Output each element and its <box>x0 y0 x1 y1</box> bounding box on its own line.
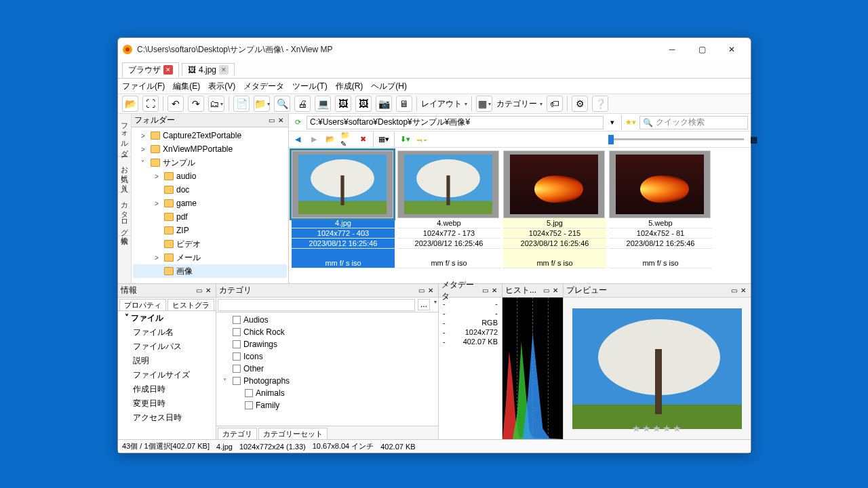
menu-tools[interactable]: ツール(T) <box>292 81 327 92</box>
thumbnail-item[interactable]: 4.jpg1024x772 - 4032023/08/12 16:25:46 m… <box>292 150 395 268</box>
vtab-catalog[interactable]: カタログ検索 <box>118 192 131 236</box>
checkbox[interactable] <box>233 328 241 336</box>
menu-create[interactable]: 作成(R) <box>336 81 363 92</box>
restore-icon[interactable]: ▭ <box>416 286 426 296</box>
restore-icon[interactable]: ▭ <box>480 286 490 296</box>
rating-stars[interactable]: ★★★★★ <box>632 423 683 434</box>
tab-category[interactable]: カテゴリ <box>218 428 257 439</box>
folder-tree-item[interactable]: 画像 <box>133 264 287 278</box>
rotate-left-icon[interactable]: ↶ <box>167 96 184 112</box>
close-icon[interactable]: ✕ <box>490 286 499 296</box>
quick-search-input[interactable]: 🔍 クイック検索 <box>639 116 748 129</box>
new-folder-icon[interactable]: 📁✎ <box>340 134 353 146</box>
slideshow-icon[interactable]: 🖥 <box>396 96 412 112</box>
info-list[interactable]: ˅ ファイルファイル名ファイルパス説明ファイルサイズ作成日時変更日時アクセス日時 <box>118 311 216 439</box>
tab-properties[interactable]: プロパティ <box>119 299 166 310</box>
tab-browser[interactable]: ブラウザ ✕ <box>122 62 179 77</box>
thumbnail-grid[interactable]: 4.jpg1024x772 - 4032023/08/12 16:25:46 m… <box>289 148 751 283</box>
folder-tree-item[interactable]: >メール <box>133 251 287 264</box>
vtab-favorites[interactable]: お気に入り <box>118 157 131 192</box>
delete-icon[interactable]: ✖ <box>357 134 369 146</box>
category-item[interactable]: Chick Rock <box>218 326 437 338</box>
rotate-right-icon[interactable]: ↷ <box>188 96 204 112</box>
folder-tree-item[interactable]: doc <box>133 183 287 197</box>
batch-icon[interactable]: 🖼 <box>355 96 372 112</box>
folder-tree-item[interactable]: ZIP <box>133 224 287 237</box>
category-list[interactable]: AudiosChick RockDrawingsIconsOther˅Photo… <box>216 312 438 426</box>
category-search-input[interactable] <box>218 299 415 311</box>
menu-edit[interactable]: 編集(E) <box>173 81 200 92</box>
close-tab-icon[interactable]: ✕ <box>163 65 173 75</box>
menu-metadata[interactable]: メタデータ <box>243 81 284 92</box>
refresh-icon[interactable]: ⟳ <box>292 117 304 129</box>
menu-view[interactable]: 表示(V) <box>208 81 235 92</box>
thumbnail-item[interactable]: 4.webp1024x772 - 1732023/08/12 16:25:46 … <box>397 150 500 268</box>
menu-help[interactable]: ヘルプ(H) <box>371 81 407 92</box>
path-input[interactable] <box>307 116 604 129</box>
restore-icon[interactable]: ▭ <box>194 286 203 296</box>
category-item[interactable]: Audios <box>218 314 437 326</box>
folder-tree-item[interactable]: >audio <box>133 169 287 183</box>
print-icon[interactable]: 🖨 <box>294 96 311 112</box>
folder-tree-item[interactable]: >Capture2TextPortable <box>133 129 287 142</box>
checkbox[interactable] <box>233 352 241 361</box>
tag-icon[interactable]: 🏷 <box>547 96 563 112</box>
checkbox[interactable] <box>233 316 241 324</box>
fullscreen-icon[interactable]: ⛶ <box>142 96 159 112</box>
search-icon[interactable]: 🔍 <box>274 96 290 112</box>
category-item[interactable]: Drawings <box>218 338 437 350</box>
open-icon[interactable]: 📂 <box>122 96 138 112</box>
layout-dropdown[interactable]: レイアウト▾ <box>421 98 467 110</box>
restore-icon[interactable]: ▭ <box>541 286 551 296</box>
checkbox[interactable] <box>233 377 241 385</box>
maximize-button[interactable]: ▢ <box>687 40 717 59</box>
chevron-down-icon[interactable]: ▾ <box>606 117 618 129</box>
checkbox[interactable] <box>245 389 253 397</box>
ellipsis-button[interactable]: ... <box>418 299 430 310</box>
category-item[interactable]: Animals <box>218 387 437 399</box>
close-icon[interactable]: ✕ <box>276 116 285 125</box>
convert-icon[interactable]: 🗂▾ <box>208 96 224 112</box>
folder-tree-item[interactable]: pdf <box>133 210 287 224</box>
copy-icon[interactable]: 📄 <box>233 96 250 112</box>
tab-file[interactable]: 🖼 4.jpg ✕ <box>182 63 235 76</box>
close-icon[interactable]: ✕ <box>738 286 748 296</box>
category-item[interactable]: Other <box>218 363 437 375</box>
folder-tree[interactable]: >Capture2TextPortable>XnViewMPPortable˅サ… <box>132 127 288 283</box>
restore-icon[interactable]: ▭ <box>729 286 738 296</box>
export-icon[interactable]: 🖼 <box>335 96 351 112</box>
folder-tree-item[interactable]: ˅サンプル <box>133 156 287 169</box>
back-icon[interactable]: ◀ <box>292 134 304 146</box>
checkbox[interactable] <box>233 340 241 348</box>
forward-icon[interactable]: ▶ <box>308 134 320 146</box>
thumb-size-slider[interactable]: ▦ <box>608 134 744 145</box>
folder-tree-item[interactable]: ビデオ <box>133 237 287 251</box>
close-tab-icon[interactable]: ✕ <box>219 65 229 75</box>
device-icon[interactable]: 💻 <box>315 96 331 112</box>
category-item[interactable]: Family <box>218 399 437 411</box>
move-icon[interactable]: 📁▾ <box>254 96 270 112</box>
menu-file[interactable]: ファイル(F) <box>122 81 165 92</box>
close-button[interactable]: ✕ <box>717 40 747 59</box>
folder-tree-item[interactable]: >game <box>133 197 287 210</box>
minimize-button[interactable]: ─ <box>657 40 687 59</box>
thumb-settings-icon[interactable]: ▦▾ <box>476 96 492 112</box>
favorite-icon[interactable]: ★▾ <box>625 117 637 129</box>
category-dropdown[interactable]: カテゴリー▾ <box>496 98 542 110</box>
tab-histogram[interactable]: ヒストグラ <box>167 299 214 310</box>
close-icon[interactable]: ✕ <box>426 286 435 296</box>
vtab-folder[interactable]: フォルダー <box>118 114 131 157</box>
checkbox[interactable] <box>233 365 241 373</box>
settings-icon[interactable]: ⚙ <box>572 96 588 112</box>
capture-icon[interactable]: 📷 <box>376 96 392 112</box>
thumbnail-item[interactable]: 5.webp1024x752 - 812023/08/12 16:25:46 m… <box>609 150 712 268</box>
checkbox[interactable] <box>245 401 253 409</box>
restore-icon[interactable]: ▭ <box>267 116 276 125</box>
thumbnail-item[interactable]: 5.jpg1024x752 - 2152023/08/12 16:25:46 m… <box>503 150 606 268</box>
category-item[interactable]: ˅Photographs <box>218 375 437 387</box>
close-icon[interactable]: ✕ <box>203 286 213 296</box>
close-icon[interactable]: ✕ <box>551 286 560 296</box>
up-icon[interactable]: 📂 <box>324 134 336 146</box>
tab-category-set[interactable]: カテゴリーセット <box>258 428 328 439</box>
sort-icon[interactable]: ⬇▾ <box>399 134 411 146</box>
